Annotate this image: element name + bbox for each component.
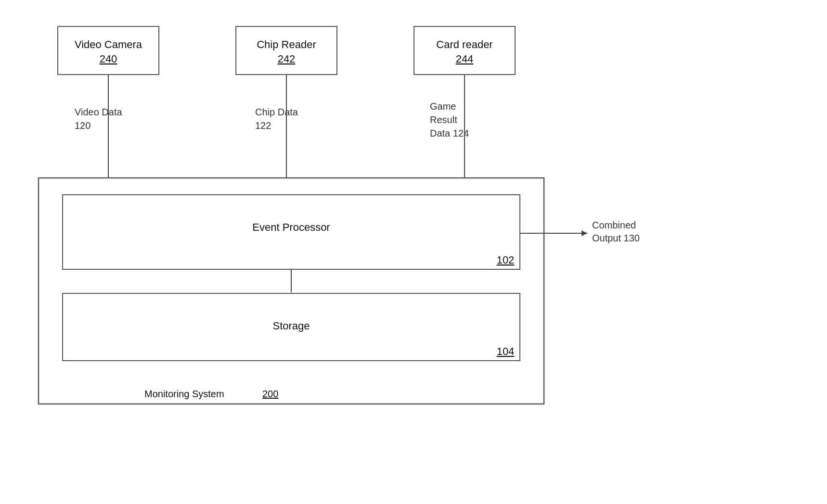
event-processor-label: Event Processor [252,221,330,233]
card-reader-number: 244 [456,53,474,65]
video-data-number: 120 [75,120,90,131]
game-result-data-label: Data 124 [430,128,469,139]
event-processor-number: 102 [497,254,515,266]
chip-reader-label: Chip Reader [257,38,316,50]
monitoring-system-number: 200 [262,389,278,399]
video-data-label: Video Data [75,107,122,117]
game-result-label: Game [430,101,456,112]
combined-output-label2: Output 130 [592,233,640,243]
video-camera-number: 240 [100,53,117,65]
chip-reader-box [236,26,337,75]
card-reader-box [414,26,515,75]
output-arrow-head [581,230,587,236]
chip-reader-number: 242 [278,53,296,65]
chip-data-label: Chip Data [255,107,298,117]
storage-label: Storage [272,320,310,332]
diagram-container: Video Camera 240 Chip Reader 242 Card re… [0,0,827,504]
monitoring-system-label: Monitoring System [144,389,224,399]
video-camera-box [58,26,159,75]
diagram-svg: Video Camera 240 Chip Reader 242 Card re… [0,0,827,504]
video-camera-label: Video Camera [75,38,142,50]
storage-number: 104 [497,345,515,357]
game-result-label2: Result [430,114,457,125]
chip-data-number: 122 [255,120,271,131]
card-reader-label: Card reader [436,38,492,50]
combined-output-label: Combined [592,220,636,230]
